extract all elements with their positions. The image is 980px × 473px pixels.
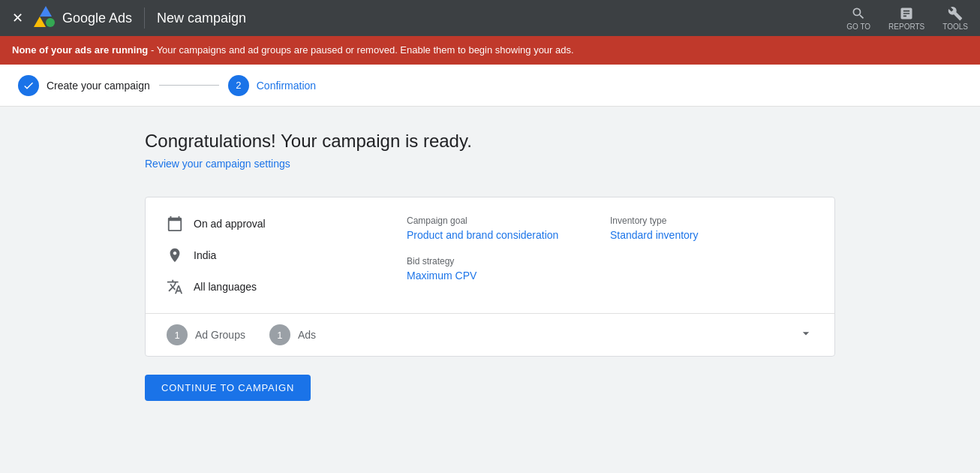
inventory-group: Inventory type Standard inventory (610, 215, 813, 241)
language-icon (167, 279, 183, 295)
detail-col-1: Campaign goal Product and brand consider… (407, 215, 610, 282)
chevron-down-icon (798, 326, 813, 341)
language-text: All languages (194, 281, 257, 293)
campaign-details-left: On ad approval India All lan (167, 215, 407, 295)
step-2: 2 Confirmation (228, 75, 316, 96)
expand-button[interactable] (798, 326, 813, 345)
stepper: Create your campaign 2 Confirmation (18, 75, 316, 96)
goto-label: GO TO (846, 23, 870, 31)
step-2-label: Confirmation (257, 80, 316, 92)
campaign-details-right: Campaign goal Product and brand consider… (407, 215, 813, 282)
step-1-circle (18, 75, 39, 96)
ad-groups-row: 1 Ad Groups 1 Ads (146, 314, 834, 356)
ads-item: 1 Ads (269, 324, 316, 345)
alert-bold: None of your ads are running (12, 44, 148, 56)
bid-value: Maximum CPV (407, 270, 610, 282)
svg-point-1 (46, 18, 55, 27)
tools-label: TOOLS (942, 23, 968, 31)
location-icon (167, 247, 183, 264)
stepper-bar: Create your campaign 2 Confirmation (0, 65, 980, 107)
top-nav: ✕ Google Ads New campaign GO TO REPORTS … (0, 0, 980, 36)
reports-label: REPORTS (888, 23, 924, 31)
alert-text: - Your campaigns and ad groups are pause… (151, 44, 574, 56)
step-connector (159, 85, 219, 86)
tools-icon (948, 6, 963, 21)
svg-marker-0 (34, 17, 46, 27)
step-1: Create your campaign (18, 75, 150, 96)
review-link[interactable]: Review your campaign settings (145, 158, 290, 170)
nav-actions: GO TO REPORTS TOOLS (846, 6, 968, 31)
ads-label: Ads (298, 329, 316, 341)
language-item: All languages (167, 279, 407, 295)
goto-button[interactable]: GO TO (846, 6, 870, 31)
ad-groups-badge: 1 (167, 324, 188, 345)
detail-col-2: Inventory type Standard inventory (610, 215, 813, 282)
close-button[interactable]: ✕ (12, 11, 23, 25)
location-text: India (194, 249, 216, 261)
inventory-label: Inventory type (610, 215, 813, 226)
inventory-value: Standard inventory (610, 229, 813, 241)
step-1-label: Create your campaign (47, 80, 150, 92)
continue-button[interactable]: CONTINUE TO CAMPAIGN (145, 375, 311, 401)
content-wrapper: Congratulations! Your campaign is ready.… (145, 131, 835, 401)
congrats-title: Congratulations! Your campaign is ready. (145, 131, 835, 152)
reports-button[interactable]: REPORTS (888, 6, 924, 31)
alert-banner: None of your ads are running - Your camp… (0, 36, 980, 65)
google-ads-logo-icon (32, 6, 56, 30)
ads-badge: 1 (269, 324, 290, 345)
step-2-circle: 2 (228, 75, 249, 96)
nav-divider (144, 8, 145, 29)
ad-groups-label: Ad Groups (195, 329, 245, 341)
brand-name: Google Ads (62, 11, 132, 26)
location-item: India (167, 247, 407, 264)
logo: Google Ads (32, 6, 132, 30)
campaign-card: On ad approval India All lan (145, 197, 835, 357)
schedule-text: On ad approval (194, 218, 266, 230)
main-content: Congratulations! Your campaign is ready.… (0, 107, 980, 471)
nav-page-title: New campaign (157, 11, 246, 26)
check-icon (23, 80, 35, 92)
schedule-item: On ad approval (167, 215, 407, 232)
goal-label: Campaign goal (407, 215, 610, 226)
svg-marker-2 (40, 6, 52, 17)
reports-icon (899, 6, 914, 21)
calendar-icon (167, 215, 183, 232)
campaign-details: On ad approval India All lan (146, 197, 834, 314)
search-icon (851, 6, 866, 21)
ad-groups-item: 1 Ad Groups (167, 324, 245, 345)
bid-label: Bid strategy (407, 256, 610, 267)
goal-group: Campaign goal Product and brand consider… (407, 215, 610, 241)
goal-value: Product and brand consideration (407, 229, 610, 241)
tools-button[interactable]: TOOLS (942, 6, 968, 31)
bid-group: Bid strategy Maximum CPV (407, 256, 610, 282)
